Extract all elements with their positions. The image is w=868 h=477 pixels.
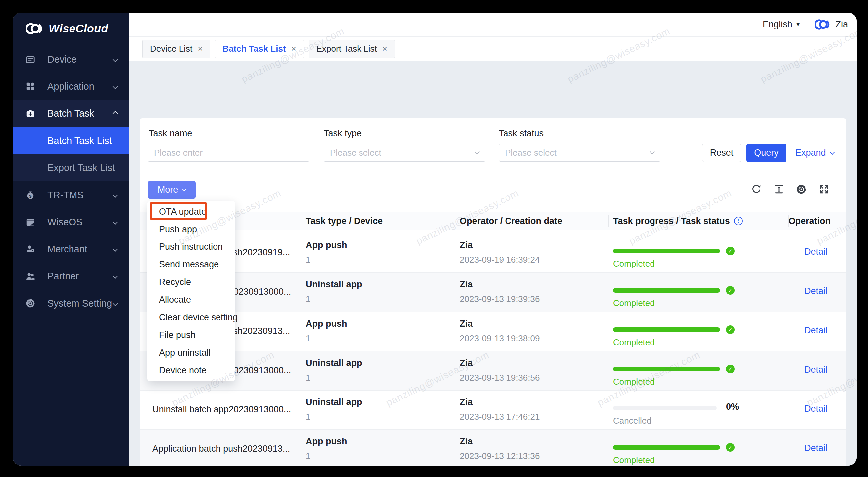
gear-icon [25, 298, 35, 308]
sidebar-item-wiseos[interactable]: WiseOS [13, 209, 129, 236]
sidebar-item-export-task-list[interactable]: Export Task List [13, 154, 129, 181]
column-header-4: Task progress / Task status! [613, 212, 743, 230]
tab-batch-task-list[interactable]: Batch Task List× [215, 39, 304, 58]
chevron-down-icon [113, 246, 118, 252]
detail-link[interactable]: Detail [804, 443, 828, 453]
table-row: Application batch push20230913...App pus… [140, 312, 846, 351]
caret-down-icon: ▼ [796, 21, 801, 28]
creation-date-cell: 2023-09-13 12:13:36 [460, 451, 540, 461]
sidebar-item-system-setting[interactable]: System Setting [13, 290, 129, 317]
settings-icon[interactable] [796, 184, 807, 195]
expand-toggle[interactable]: Expand [796, 148, 834, 158]
operator-cell: Zia [460, 397, 472, 408]
tab-export-task-list[interactable]: Export Task List× [309, 39, 395, 58]
header-separator [608, 215, 609, 227]
check-circle-icon: ✓ [726, 364, 735, 373]
refresh-icon[interactable] [751, 184, 762, 195]
sidebar-item-application[interactable]: Application [13, 73, 129, 100]
more-label: More [158, 185, 178, 195]
detail-link[interactable]: Detail [804, 247, 828, 257]
menu-item-push-instruction[interactable]: Push instruction [147, 238, 235, 256]
menu-item-ota-update[interactable]: OTA update [147, 203, 235, 220]
header-separator [788, 215, 788, 227]
column-header-label: Task progress / Task status [613, 216, 730, 226]
chevron-down-icon [113, 301, 118, 306]
sidebar-item-label: Partner [47, 271, 79, 282]
check-circle-icon: ✓ [726, 443, 735, 452]
progress-bar [613, 288, 720, 293]
menu-item-recycle[interactable]: Recycle [147, 273, 235, 291]
menu-item-push-app[interactable]: Push app [147, 220, 235, 238]
operator-cell: Zia [460, 358, 472, 368]
query-button[interactable]: Query [746, 144, 786, 162]
progress-bar-fill [613, 249, 720, 254]
task-status-select[interactable]: Please select [499, 144, 660, 162]
top-header-bar: English ▼ Zia [129, 12, 857, 37]
table-row: Uninstall batch app20230913000...Uninsta… [140, 273, 846, 312]
menu-item-app-uninstall[interactable]: App uninstall [147, 344, 235, 362]
task-name-input[interactable]: Please enter [148, 144, 309, 162]
reset-button[interactable]: Reset [702, 144, 741, 162]
task-type-select[interactable]: Please select [323, 144, 485, 162]
menu-item-clear-device-setting[interactable]: Clear device setting [147, 309, 235, 326]
menu-item-file-push[interactable]: File push [147, 326, 235, 344]
language-selector[interactable]: English ▼ [763, 19, 801, 30]
main-area: English ▼ Zia Device List×Batch Task Lis… [129, 12, 857, 466]
progress-bar-fill [613, 445, 720, 450]
detail-link[interactable]: Detail [804, 364, 828, 375]
sidebar-item-label: System Setting [47, 298, 112, 309]
info-icon[interactable]: ! [734, 216, 743, 225]
close-icon[interactable]: × [382, 43, 388, 54]
table-row: Application batch push20230919...App pus… [140, 234, 846, 273]
sidebar-item-label: Batch Task List [47, 136, 112, 146]
tab-device-list[interactable]: Device List× [142, 39, 210, 58]
header-separator [455, 215, 455, 227]
operator-cell: Zia [460, 437, 472, 447]
chevron-down-icon [650, 149, 655, 154]
sidebar-item-device[interactable]: Device [13, 46, 129, 73]
detail-link[interactable]: Detail [804, 325, 828, 336]
sidebar-item-label: Merchant [47, 244, 88, 255]
tab-label: Device List [150, 43, 192, 54]
menu-item-send-message[interactable]: Send message [147, 256, 235, 273]
task-status: Completed [613, 298, 655, 308]
sidebar-item-batch-task[interactable]: Batch Task [13, 100, 129, 127]
sidebar-item-batch-task-list[interactable]: Batch Task List [13, 127, 129, 154]
creation-date-cell: 2023-09-13 19:39:36 [460, 294, 540, 304]
tab-label: Export Task List [316, 43, 377, 54]
open-tabs-bar: Device List×Batch Task List×Export Task … [129, 37, 857, 61]
progress-bar [613, 445, 720, 450]
menu-item-device-note[interactable]: Device note [147, 362, 235, 379]
sidebar-item-partner[interactable]: Partner [13, 263, 129, 290]
close-icon[interactable]: × [197, 43, 203, 54]
money-icon: $ [25, 190, 35, 200]
detail-link[interactable]: Detail [804, 286, 828, 296]
operator-cell: Zia [460, 319, 472, 329]
column-header-5: Operation [788, 212, 831, 230]
task-name-cell: Application batch push20230913... [152, 444, 290, 454]
more-button[interactable]: More [148, 181, 195, 199]
user-account[interactable]: Zia [815, 19, 848, 30]
progress-bar [613, 327, 720, 332]
fullscreen-icon[interactable] [818, 184, 830, 195]
column-header-3: Operator / Creation date [460, 212, 562, 230]
chevron-down-icon [113, 274, 118, 279]
row-height-icon[interactable] [773, 184, 784, 195]
device-count-cell: 1 [306, 294, 310, 304]
close-icon[interactable]: × [291, 43, 296, 54]
task-status: Cancelled [613, 416, 651, 426]
header-separator [301, 215, 301, 227]
user-name: Zia [835, 19, 848, 30]
creation-date-cell: 2023-09-13 19:38:09 [460, 333, 540, 344]
task-type-cell: App push [306, 437, 347, 447]
task-status: Completed [613, 455, 655, 465]
check-circle-icon: ✓ [726, 325, 735, 334]
chevron-down-icon [830, 150, 835, 154]
sidebar-item-tr-tms[interactable]: $TR-TMS [13, 182, 129, 209]
sidebar-item-merchant[interactable]: Merchant [13, 236, 129, 263]
menu-item-allocate[interactable]: Allocate [147, 291, 235, 309]
task-type-placeholder: Please select [330, 148, 381, 158]
creation-date-cell: 2023-09-13 19:36:56 [460, 372, 540, 383]
progress-bar-fill [613, 366, 720, 371]
detail-link[interactable]: Detail [804, 404, 828, 414]
